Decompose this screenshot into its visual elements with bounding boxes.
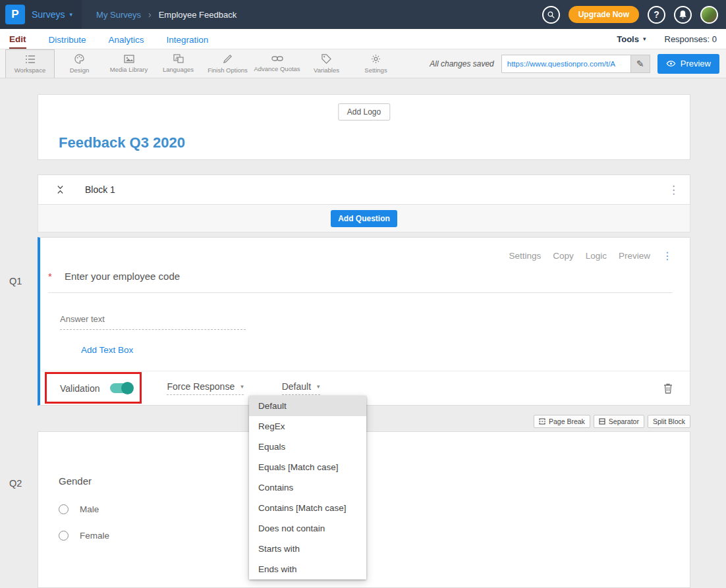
toolbar-item-finish-options[interactable]: Finish Options [203,49,252,78]
add-question-button[interactable]: Add Question [331,210,397,227]
radio-label: Male [80,504,99,514]
questionpro-logo[interactable]: P [5,5,25,24]
question-actions: Settings Copy Logic Preview ⋮ [509,250,673,262]
preview-button[interactable]: Preview [657,54,719,74]
toolbar-item-settings[interactable]: Settings [351,49,401,78]
question-1-card: Settings Copy Logic Preview ⋮ * Enter yo… [38,237,690,406]
tab-integration[interactable]: Integration [167,30,209,48]
dropdown-option-contains-match-case[interactable]: Contains [Match case] [249,498,366,518]
block-header: Block 1 ⋮ [38,174,690,205]
search-button[interactable] [542,6,560,24]
upgrade-button[interactable]: Upgrade Now [569,6,639,23]
block-menu-icon[interactable]: ⋮ [668,183,679,197]
dropdown-option-ends-with[interactable]: Ends with [249,559,366,579]
responses-count[interactable]: Responses: 0 [665,34,717,44]
question-text-row[interactable]: * Enter your employee code [48,271,673,293]
validation-toggle[interactable] [110,383,132,393]
validation-label: Validation [60,383,99,394]
chevron-down-icon: ▾ [70,11,73,18]
breadcrumb-my-surveys[interactable]: My Surveys [96,10,141,20]
search-icon [547,11,555,19]
tab-edit[interactable]: Edit [9,30,26,49]
page-break-icon [539,418,545,425]
question-settings-link[interactable]: Settings [509,251,541,261]
split-block-label: Split Block [653,417,685,425]
workspace-icon [25,55,36,64]
chevron-down-icon: ▾ [317,383,320,390]
collapse-block-icon[interactable] [57,185,64,194]
question-logic-link[interactable]: Logic [586,251,607,261]
validation-type-select[interactable]: Default ▾ [282,381,320,395]
dropdown-option-equals-match-case[interactable]: Equals [Match case] [249,457,366,477]
add-question-strip: Add Question [38,204,690,232]
help-button[interactable]: ? [648,6,665,24]
question-preview-link[interactable]: Preview [619,251,650,261]
question-menu-icon[interactable]: ⋮ [662,250,673,262]
link-icon [271,55,283,63]
breadcrumb-current: Employee Feedback [159,10,237,20]
force-response-value: Force Response [167,381,235,392]
chevron-down-icon: ▾ [240,383,244,390]
bell-icon [679,10,687,19]
dropdown-option-regex[interactable]: RegEx [249,416,366,437]
edit-url-button[interactable]: ✎ [630,55,650,73]
notifications-button[interactable] [674,6,692,24]
toolbar-item-variables[interactable]: Variables [302,49,351,78]
radio-option-male[interactable]: Male [59,504,99,514]
force-response-select[interactable]: Force Response ▾ [167,381,243,395]
preview-label: Preview [681,59,711,68]
separator-label: Separator [609,417,639,425]
product-switcher: P Surveys ▾ [0,0,82,29]
validation-type-dropdown: Default RegEx Equals Equals [Match case]… [249,396,366,579]
split-block-button[interactable]: Split Block [648,415,690,428]
tab-analytics[interactable]: Analytics [109,30,144,48]
toolbar-right: All changes saved ✎ Preview [430,49,721,78]
add-logo-button[interactable]: Add Logo [338,103,390,120]
radio-option-female[interactable]: Female [59,531,109,541]
answer-text-input[interactable] [60,311,246,330]
toolbar-item-media-library[interactable]: Media Library [104,49,154,78]
toolbar-item-advance-quotas[interactable]: Advance Quotas [252,49,302,78]
page-break-button[interactable]: Page Break [534,415,590,428]
survey-title[interactable]: Feedback Q3 2020 [59,134,185,151]
block-title[interactable]: Block 1 [85,184,115,195]
tools-menu[interactable]: Tools ▾ [617,34,646,44]
separator-button[interactable]: Separator [594,415,644,428]
toolbar-item-workspace[interactable]: Workspace [5,49,55,78]
separator-icon [599,418,605,425]
chevron-down-icon: ▾ [643,36,646,42]
dropdown-option-does-not-contain[interactable]: Does not contain [249,518,366,539]
dropdown-option-starts-with[interactable]: Starts with [249,539,366,559]
image-icon [124,55,134,63]
toolbar-item-label: Workspace [14,67,45,74]
add-text-box-link[interactable]: Add Text Box [81,345,133,355]
dropdown-option-default[interactable]: Default [249,396,366,416]
question-1-side-label: Q1 [9,276,22,286]
question-copy-link[interactable]: Copy [553,251,574,261]
save-status: All changes saved [430,59,493,68]
topbar-actions: Upgrade Now ? [542,6,718,24]
question-2-side-label: Q2 [9,478,22,489]
svg-text:A: A [175,55,179,61]
tabsbar-right: Tools ▾ Responses: 0 [617,34,717,44]
main-tabs: Edit Distribute Analytics Integration To… [0,29,726,49]
gear-icon [371,54,381,64]
dropdown-option-equals[interactable]: Equals [249,437,366,457]
question-1-text: Enter your employee code [65,271,180,282]
question-2-text[interactable]: Gender [59,475,92,487]
topbar: P Surveys ▾ My Surveys › Employee Feedba… [0,0,726,29]
delete-question-button[interactable] [663,383,673,394]
breadcrumb-separator: › [148,9,152,20]
avatar[interactable] [700,6,718,24]
dropdown-option-contains[interactable]: Contains [249,477,366,498]
surveys-menu[interactable]: Surveys ▾ [32,9,72,20]
toolbar-item-languages[interactable]: A Languages [154,49,203,78]
survey-url-input[interactable] [501,55,630,73]
page-break-label: Page Break [549,417,585,425]
toolbar-item-design[interactable]: Design [55,49,104,78]
toolbar-item-label: Finish Options [208,67,248,74]
toolbar-item-label: Advance Quotas [254,65,300,72]
tab-distribute[interactable]: Distribute [49,30,86,48]
validation-type-value: Default [282,381,311,392]
palette-icon [74,54,84,64]
